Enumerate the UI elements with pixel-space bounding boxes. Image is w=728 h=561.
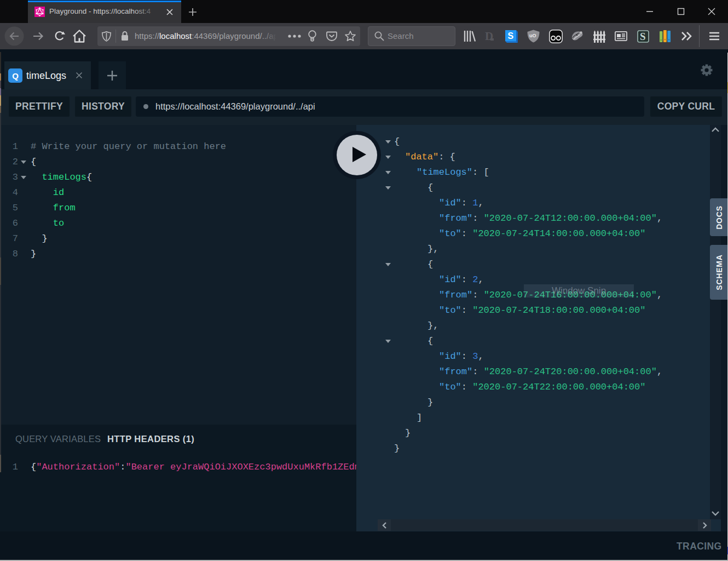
svg-text:S: S (640, 31, 646, 42)
svg-text:S: S (508, 31, 514, 41)
svg-text:D: D (485, 30, 493, 43)
svg-text:uO: uO (529, 33, 536, 38)
